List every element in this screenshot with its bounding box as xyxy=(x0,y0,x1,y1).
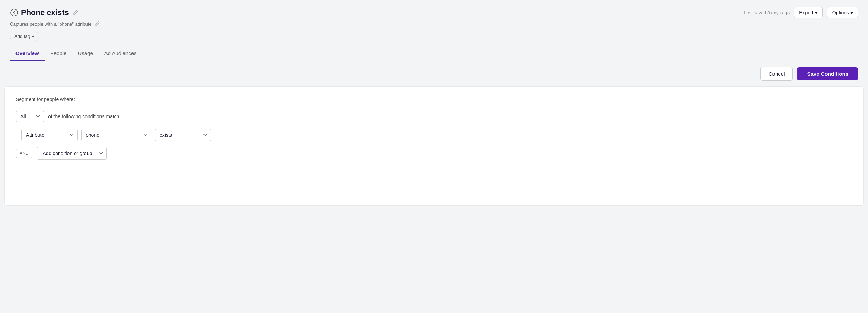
last-saved-text: Last saved 3 days ago xyxy=(744,10,790,15)
page-title: Phone exists xyxy=(21,8,69,17)
title-left: Phone exists xyxy=(10,8,78,17)
add-condition-select[interactable]: Add condition or group Add group xyxy=(37,147,107,160)
save-conditions-button[interactable]: Save Conditions xyxy=(797,67,858,80)
and-row: AND Add condition or group Add group xyxy=(16,147,852,160)
condition-type-select[interactable]: Attribute Event Tag xyxy=(21,129,78,141)
subtitle-row: Captures people with a "phone" attribute xyxy=(10,21,858,27)
title-row: Phone exists Last saved 3 days ago Expor… xyxy=(10,7,858,18)
subtitle-edit-icon[interactable] xyxy=(95,21,100,27)
condition-operator-select[interactable]: exists does not exist equals contains xyxy=(155,129,211,141)
back-icon[interactable] xyxy=(10,8,18,17)
and-badge: AND xyxy=(16,149,32,158)
toolbar-row: Cancel Save Conditions xyxy=(0,61,868,86)
add-tag-button[interactable]: Add tag + xyxy=(10,32,39,41)
tab-usage[interactable]: Usage xyxy=(72,47,98,61)
match-select[interactable]: All Any None xyxy=(16,111,44,122)
add-tag-plus-icon: + xyxy=(32,33,35,39)
options-chevron-icon: ▾ xyxy=(850,10,853,15)
tabs-row: Overview People Usage Ad Audiences xyxy=(10,47,858,61)
conditions-header: All Any None of the following conditions… xyxy=(16,111,852,122)
segment-card: Segment for people where: All Any None o… xyxy=(4,86,864,206)
condition-value-select[interactable]: phone email name xyxy=(81,129,151,141)
options-button[interactable]: Options ▾ xyxy=(827,7,858,18)
export-button[interactable]: Export ▾ xyxy=(794,7,822,18)
title-right: Last saved 3 days ago Export ▾ Options ▾ xyxy=(744,7,858,18)
condition-row: Attribute Event Tag phone email name exi… xyxy=(21,129,852,141)
subtitle-text: Captures people with a "phone" attribute xyxy=(10,21,92,27)
segment-intro-text: Segment for people where: xyxy=(16,96,852,102)
tab-ad-audiences[interactable]: Ad Audiences xyxy=(99,47,142,61)
page-wrapper: Phone exists Last saved 3 days ago Expor… xyxy=(0,0,868,313)
conditions-text: of the following conditions match xyxy=(48,114,119,119)
header-section: Phone exists Last saved 3 days ago Expor… xyxy=(0,0,868,61)
title-edit-icon[interactable] xyxy=(73,10,78,16)
svg-point-0 xyxy=(11,9,18,16)
tab-people[interactable]: People xyxy=(45,47,72,61)
tab-overview[interactable]: Overview xyxy=(10,47,45,61)
cancel-button[interactable]: Cancel xyxy=(760,67,793,81)
export-chevron-icon: ▾ xyxy=(815,10,817,15)
